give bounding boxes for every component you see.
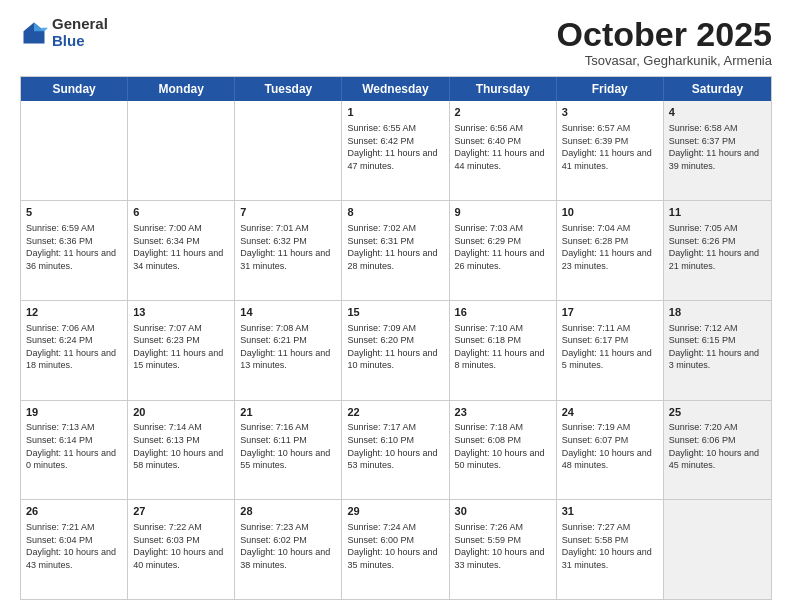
- day-number: 21: [240, 405, 336, 420]
- calendar-cell: 23Sunrise: 7:18 AM Sunset: 6:08 PM Dayli…: [450, 401, 557, 500]
- calendar-cell: 31Sunrise: 7:27 AM Sunset: 5:58 PM Dayli…: [557, 500, 664, 599]
- day-number: 29: [347, 504, 443, 519]
- cell-info: Sunrise: 7:06 AM Sunset: 6:24 PM Dayligh…: [26, 322, 122, 372]
- calendar-cell: 26Sunrise: 7:21 AM Sunset: 6:04 PM Dayli…: [21, 500, 128, 599]
- cell-info: Sunrise: 7:12 AM Sunset: 6:15 PM Dayligh…: [669, 322, 766, 372]
- day-number: 8: [347, 205, 443, 220]
- calendar-cell: [128, 101, 235, 200]
- calendar-cell: 7Sunrise: 7:01 AM Sunset: 6:32 PM Daylig…: [235, 201, 342, 300]
- calendar-cell: 4Sunrise: 6:58 AM Sunset: 6:37 PM Daylig…: [664, 101, 771, 200]
- day-number: 3: [562, 105, 658, 120]
- day-header-wednesday: Wednesday: [342, 77, 449, 101]
- day-header-sunday: Sunday: [21, 77, 128, 101]
- calendar-cell: 24Sunrise: 7:19 AM Sunset: 6:07 PM Dayli…: [557, 401, 664, 500]
- calendar-cell: 3Sunrise: 6:57 AM Sunset: 6:39 PM Daylig…: [557, 101, 664, 200]
- calendar-cell: 19Sunrise: 7:13 AM Sunset: 6:14 PM Dayli…: [21, 401, 128, 500]
- day-number: 11: [669, 205, 766, 220]
- calendar-row-1: 1Sunrise: 6:55 AM Sunset: 6:42 PM Daylig…: [21, 101, 771, 200]
- cell-info: Sunrise: 7:21 AM Sunset: 6:04 PM Dayligh…: [26, 521, 122, 571]
- day-number: 7: [240, 205, 336, 220]
- calendar-cell: 12Sunrise: 7:06 AM Sunset: 6:24 PM Dayli…: [21, 301, 128, 400]
- cell-info: Sunrise: 7:24 AM Sunset: 6:00 PM Dayligh…: [347, 521, 443, 571]
- cell-info: Sunrise: 7:22 AM Sunset: 6:03 PM Dayligh…: [133, 521, 229, 571]
- cell-info: Sunrise: 7:17 AM Sunset: 6:10 PM Dayligh…: [347, 421, 443, 471]
- calendar-cell: 8Sunrise: 7:02 AM Sunset: 6:31 PM Daylig…: [342, 201, 449, 300]
- calendar-cell: 6Sunrise: 7:00 AM Sunset: 6:34 PM Daylig…: [128, 201, 235, 300]
- day-number: 6: [133, 205, 229, 220]
- calendar-cell: 14Sunrise: 7:08 AM Sunset: 6:21 PM Dayli…: [235, 301, 342, 400]
- cell-info: Sunrise: 7:05 AM Sunset: 6:26 PM Dayligh…: [669, 222, 766, 272]
- calendar-cell: 9Sunrise: 7:03 AM Sunset: 6:29 PM Daylig…: [450, 201, 557, 300]
- cell-info: Sunrise: 6:59 AM Sunset: 6:36 PM Dayligh…: [26, 222, 122, 272]
- day-header-tuesday: Tuesday: [235, 77, 342, 101]
- calendar-cell: 29Sunrise: 7:24 AM Sunset: 6:00 PM Dayli…: [342, 500, 449, 599]
- calendar-cell: 25Sunrise: 7:20 AM Sunset: 6:06 PM Dayli…: [664, 401, 771, 500]
- day-header-friday: Friday: [557, 77, 664, 101]
- day-number: 12: [26, 305, 122, 320]
- calendar-row-3: 12Sunrise: 7:06 AM Sunset: 6:24 PM Dayli…: [21, 300, 771, 400]
- day-number: 27: [133, 504, 229, 519]
- calendar-cell: 13Sunrise: 7:07 AM Sunset: 6:23 PM Dayli…: [128, 301, 235, 400]
- day-number: 9: [455, 205, 551, 220]
- day-number: 1: [347, 105, 443, 120]
- calendar-cell: [664, 500, 771, 599]
- day-number: 19: [26, 405, 122, 420]
- cell-info: Sunrise: 6:55 AM Sunset: 6:42 PM Dayligh…: [347, 122, 443, 172]
- day-number: 18: [669, 305, 766, 320]
- day-number: 20: [133, 405, 229, 420]
- cell-info: Sunrise: 7:27 AM Sunset: 5:58 PM Dayligh…: [562, 521, 658, 571]
- calendar-cell: [235, 101, 342, 200]
- header: General Blue October 2025 Tsovasar, Gegh…: [20, 16, 772, 68]
- title-area: October 2025 Tsovasar, Gegharkunik, Arme…: [557, 16, 772, 68]
- cell-info: Sunrise: 7:26 AM Sunset: 5:59 PM Dayligh…: [455, 521, 551, 571]
- calendar-cell: 27Sunrise: 7:22 AM Sunset: 6:03 PM Dayli…: [128, 500, 235, 599]
- cell-info: Sunrise: 7:10 AM Sunset: 6:18 PM Dayligh…: [455, 322, 551, 372]
- cell-info: Sunrise: 7:08 AM Sunset: 6:21 PM Dayligh…: [240, 322, 336, 372]
- day-number: 26: [26, 504, 122, 519]
- calendar-cell: 22Sunrise: 7:17 AM Sunset: 6:10 PM Dayli…: [342, 401, 449, 500]
- calendar-cell: 30Sunrise: 7:26 AM Sunset: 5:59 PM Dayli…: [450, 500, 557, 599]
- cell-info: Sunrise: 7:16 AM Sunset: 6:11 PM Dayligh…: [240, 421, 336, 471]
- calendar-cell: 16Sunrise: 7:10 AM Sunset: 6:18 PM Dayli…: [450, 301, 557, 400]
- cell-info: Sunrise: 7:23 AM Sunset: 6:02 PM Dayligh…: [240, 521, 336, 571]
- cell-info: Sunrise: 7:01 AM Sunset: 6:32 PM Dayligh…: [240, 222, 336, 272]
- cell-info: Sunrise: 7:13 AM Sunset: 6:14 PM Dayligh…: [26, 421, 122, 471]
- day-number: 5: [26, 205, 122, 220]
- calendar-cell: 15Sunrise: 7:09 AM Sunset: 6:20 PM Dayli…: [342, 301, 449, 400]
- day-number: 14: [240, 305, 336, 320]
- day-header-monday: Monday: [128, 77, 235, 101]
- calendar-cell: 2Sunrise: 6:56 AM Sunset: 6:40 PM Daylig…: [450, 101, 557, 200]
- cell-info: Sunrise: 6:56 AM Sunset: 6:40 PM Dayligh…: [455, 122, 551, 172]
- day-number: 13: [133, 305, 229, 320]
- day-number: 15: [347, 305, 443, 320]
- logo: General Blue: [20, 16, 108, 49]
- cell-info: Sunrise: 7:18 AM Sunset: 6:08 PM Dayligh…: [455, 421, 551, 471]
- day-number: 4: [669, 105, 766, 120]
- calendar-cell: 10Sunrise: 7:04 AM Sunset: 6:28 PM Dayli…: [557, 201, 664, 300]
- page: General Blue October 2025 Tsovasar, Gegh…: [0, 0, 792, 612]
- cell-info: Sunrise: 7:20 AM Sunset: 6:06 PM Dayligh…: [669, 421, 766, 471]
- day-header-thursday: Thursday: [450, 77, 557, 101]
- calendar-cell: 18Sunrise: 7:12 AM Sunset: 6:15 PM Dayli…: [664, 301, 771, 400]
- cell-info: Sunrise: 7:14 AM Sunset: 6:13 PM Dayligh…: [133, 421, 229, 471]
- calendar-row-2: 5Sunrise: 6:59 AM Sunset: 6:36 PM Daylig…: [21, 200, 771, 300]
- day-number: 25: [669, 405, 766, 420]
- day-number: 24: [562, 405, 658, 420]
- calendar: SundayMondayTuesdayWednesdayThursdayFrid…: [20, 76, 772, 600]
- calendar-cell: 11Sunrise: 7:05 AM Sunset: 6:26 PM Dayli…: [664, 201, 771, 300]
- logo-icon: [20, 19, 48, 47]
- cell-info: Sunrise: 7:07 AM Sunset: 6:23 PM Dayligh…: [133, 322, 229, 372]
- calendar-cell: 28Sunrise: 7:23 AM Sunset: 6:02 PM Dayli…: [235, 500, 342, 599]
- calendar-body: 1Sunrise: 6:55 AM Sunset: 6:42 PM Daylig…: [21, 101, 771, 599]
- day-number: 31: [562, 504, 658, 519]
- day-number: 17: [562, 305, 658, 320]
- cell-info: Sunrise: 7:03 AM Sunset: 6:29 PM Dayligh…: [455, 222, 551, 272]
- calendar-cell: 21Sunrise: 7:16 AM Sunset: 6:11 PM Dayli…: [235, 401, 342, 500]
- calendar-cell: [21, 101, 128, 200]
- calendar-cell: 5Sunrise: 6:59 AM Sunset: 6:36 PM Daylig…: [21, 201, 128, 300]
- cell-info: Sunrise: 7:00 AM Sunset: 6:34 PM Dayligh…: [133, 222, 229, 272]
- calendar-cell: 1Sunrise: 6:55 AM Sunset: 6:42 PM Daylig…: [342, 101, 449, 200]
- calendar-row-5: 26Sunrise: 7:21 AM Sunset: 6:04 PM Dayli…: [21, 499, 771, 599]
- calendar-cell: 17Sunrise: 7:11 AM Sunset: 6:17 PM Dayli…: [557, 301, 664, 400]
- cell-info: Sunrise: 6:58 AM Sunset: 6:37 PM Dayligh…: [669, 122, 766, 172]
